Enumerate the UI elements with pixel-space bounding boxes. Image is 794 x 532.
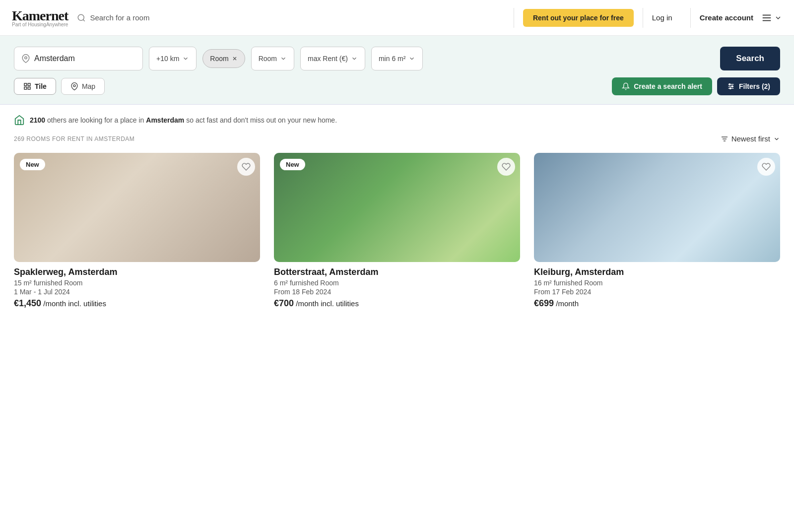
card-meta: 15 m² furnished Room (14, 279, 260, 287)
svg-point-12 (73, 85, 75, 87)
card-meta: 16 m² furnished Room (534, 279, 780, 287)
type-filter-tag[interactable]: Room (202, 49, 245, 68)
filters-button[interactable]: Filters (2) (717, 77, 780, 95)
tile-icon (23, 82, 31, 90)
chevron-down-icon (774, 14, 782, 22)
map-label: Map (82, 82, 95, 90)
rent-button[interactable]: Rent out your place for free (523, 9, 634, 27)
svg-rect-9 (28, 83, 30, 86)
heart-icon (502, 162, 511, 171)
svg-rect-11 (28, 87, 30, 89)
search-button[interactable]: Search (720, 47, 780, 70)
logo: Kamernet Part of HousingAnywhere (12, 8, 68, 27)
type-dropdown-label: Room (259, 55, 277, 63)
chevron-down-icon (773, 135, 780, 142)
location-value: Amsterdam (34, 54, 75, 63)
sliders-icon (727, 82, 735, 90)
filter-bar: Amsterdam +10 km Room Room max Rent (€) … (0, 36, 794, 105)
hamburger-menu[interactable] (761, 12, 782, 23)
card-image (274, 153, 520, 262)
svg-rect-8 (24, 83, 27, 86)
listing-card[interactable]: New Botterstraat, Amsterdam 6 m² furnish… (274, 153, 520, 309)
type-dropdown[interactable]: Room (251, 47, 294, 70)
svg-point-0 (78, 14, 84, 20)
nav-search[interactable]: Search for a room (77, 13, 505, 22)
map-icon (70, 82, 78, 90)
banner-count: 2100 (30, 116, 45, 124)
banner-city: Amsterdam (146, 116, 184, 124)
card-dates: From 18 Feb 2024 (274, 288, 520, 296)
location-icon (21, 54, 30, 63)
tile-label: Tile (35, 82, 47, 90)
create-account-button[interactable]: Create account (700, 13, 753, 22)
listing-card[interactable]: New Spaklerweg, Amsterdam 15 m² furnishe… (14, 153, 260, 309)
card-image (14, 153, 260, 262)
radius-filter[interactable]: +10 km (149, 47, 197, 70)
radius-value: +10 km (156, 55, 179, 63)
nav-divider (514, 8, 514, 28)
svg-point-17 (731, 86, 733, 87)
listings-grid: New Spaklerweg, Amsterdam 15 m² furnishe… (14, 153, 780, 309)
banner-text: 2100 others are looking for a place in A… (30, 116, 337, 124)
new-badge: New (280, 159, 305, 170)
card-image-wrap: New (14, 153, 260, 262)
hamburger-icon (761, 12, 772, 23)
house-icon (14, 115, 25, 126)
nav-separator (643, 8, 643, 28)
svg-point-18 (729, 88, 731, 89)
favorite-button[interactable] (497, 158, 515, 176)
card-image (534, 153, 780, 262)
create-alert-button[interactable]: Create a search alert (612, 77, 712, 95)
bell-icon (622, 82, 630, 90)
size-filter[interactable]: min 6 m² (371, 47, 423, 70)
rent-filter[interactable]: max Rent (€) (300, 47, 365, 70)
sort-label: Newest first (731, 134, 770, 143)
chevron-down-icon (408, 55, 415, 62)
sort-button[interactable]: Newest first (721, 134, 780, 143)
card-image-wrap (534, 153, 780, 262)
favorite-button[interactable] (757, 158, 775, 176)
chevron-down-icon (280, 55, 287, 62)
new-badge: New (20, 159, 45, 170)
type-tag-label: Room (210, 55, 228, 63)
filters-label: Filters (2) (739, 82, 770, 90)
brand-tagline: Part of HousingAnywhere (12, 22, 68, 27)
rent-label: max Rent (€) (308, 55, 348, 63)
results-row: 269 ROOMS FOR RENT IN AMSTERDAM Newest f… (14, 134, 780, 143)
svg-line-1 (83, 19, 85, 21)
close-icon (232, 56, 238, 62)
card-price: €699 /month (534, 298, 780, 309)
tile-view-button[interactable]: Tile (14, 78, 56, 95)
card-meta: 6 m² furnished Room (274, 279, 520, 287)
card-price: €1,450 /month incl. utilities (14, 298, 260, 309)
nav-search-label: Search for a room (90, 13, 149, 22)
card-dates: From 17 Feb 2024 (534, 288, 780, 296)
results-count: 269 ROOMS FOR RENT IN AMSTERDAM (14, 135, 134, 142)
card-title: Botterstraat, Amsterdam (274, 267, 520, 277)
chevron-down-icon (182, 55, 189, 62)
listing-card[interactable]: Kleiburg, Amsterdam 16 m² furnished Room… (534, 153, 780, 309)
card-title: Spaklerweg, Amsterdam (14, 267, 260, 277)
map-view-button[interactable]: Map (61, 78, 105, 95)
sort-icon (721, 135, 728, 143)
card-image-wrap: New (274, 153, 520, 262)
banner-pre: others are looking for a place in (47, 116, 146, 124)
view-row: Tile Map Create a search alert Filters (… (14, 77, 780, 95)
search-icon (77, 13, 86, 22)
location-filter[interactable]: Amsterdam (14, 47, 143, 70)
nav-separator2 (690, 8, 691, 28)
main-content: 2100 others are looking for a place in A… (0, 105, 794, 319)
favorite-button[interactable] (237, 158, 255, 176)
card-dates: 1 Mar - 1 Jul 2024 (14, 288, 260, 296)
navbar: Kamernet Part of HousingAnywhere Search … (0, 0, 794, 36)
looking-banner: 2100 others are looking for a place in A… (14, 115, 780, 126)
svg-point-5 (25, 57, 27, 59)
card-title: Kleiburg, Amsterdam (534, 267, 780, 277)
card-price: €700 /month incl. utilities (274, 298, 520, 309)
svg-point-16 (729, 84, 730, 85)
svg-rect-10 (24, 87, 27, 89)
login-button[interactable]: Log in (652, 13, 672, 22)
nav-right: Rent out your place for free Log in Crea… (523, 8, 782, 28)
filter-row: Amsterdam +10 km Room Room max Rent (€) … (14, 47, 780, 70)
chevron-down-icon (351, 55, 358, 62)
